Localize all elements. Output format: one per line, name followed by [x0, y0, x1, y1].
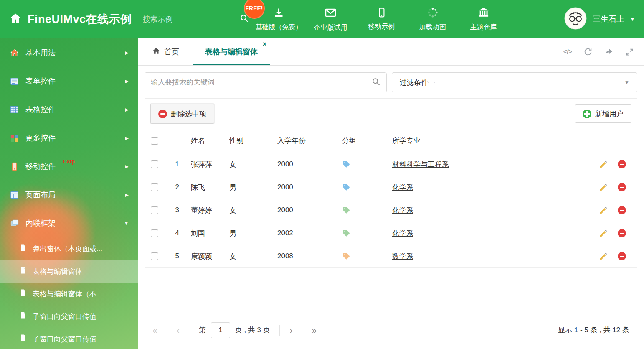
- delete-icon[interactable]: [618, 160, 626, 168]
- row-index: 1: [164, 160, 179, 168]
- sidebar-item-grid-controls[interactable]: 表格控件 ▶: [0, 95, 138, 124]
- sidebar-subitem-child-to-parent[interactable]: 子窗口向父窗口传值: [0, 305, 138, 328]
- nav-basic-free[interactable]: FREE! 基础版（免费）: [256, 7, 302, 32]
- nav-theme-repo[interactable]: 主题仓库: [461, 7, 506, 32]
- top-header: FineUIMvc在线示例 FREE! 基础版（免费） 企业版试用: [0, 0, 644, 38]
- sidebar: 基本用法 ▶ 表单控件 ▶ 表格控件 ▶ 更多控件 ▶: [0, 38, 138, 349]
- cell-name: 董婷婷: [179, 206, 229, 215]
- chevron-down-icon: ▼: [624, 79, 629, 85]
- delete-icon[interactable]: [618, 229, 626, 237]
- sidebar-subitem-grid-edit-window[interactable]: 表格与编辑窗体: [0, 260, 138, 283]
- row-checkbox[interactable]: [151, 160, 158, 168]
- table-row: 3 董婷婷 女 2000 化学系: [145, 199, 637, 222]
- header-search-input[interactable]: [143, 15, 240, 24]
- edit-icon[interactable]: [599, 183, 608, 192]
- edit-icon[interactable]: [599, 229, 608, 238]
- tag-icon: [342, 206, 350, 214]
- select-all-checkbox[interactable]: [151, 137, 158, 145]
- user-menu[interactable]: 三生石上 ▼: [564, 7, 635, 31]
- fullscreen-icon[interactable]: [625, 48, 634, 56]
- prev-page-button[interactable]: ‹: [177, 326, 180, 334]
- iframe-icon: [9, 218, 19, 228]
- page-number-input[interactable]: [211, 322, 230, 338]
- grid-toolbar: 删除选中项 新增用户: [145, 99, 637, 129]
- refresh-icon[interactable]: [583, 47, 593, 56]
- cell-year: 2000: [277, 160, 342, 168]
- add-user-button[interactable]: 新增用户: [575, 104, 631, 123]
- envelope-icon: [325, 7, 337, 20]
- delete-icon[interactable]: [618, 252, 626, 260]
- nav-loading-animation[interactable]: 加载动画: [410, 7, 455, 32]
- main-area: 首页 表格与编辑窗体 × </>: [138, 38, 644, 349]
- brand[interactable]: FineUIMvc在线示例: [9, 12, 132, 27]
- major-link[interactable]: 化学系: [392, 206, 413, 214]
- search-icon[interactable]: [372, 77, 380, 88]
- sidebar-item-label: 表单控件: [25, 76, 56, 86]
- sidebar-subitem-grid-edit-window-2[interactable]: 表格与编辑窗体（不...: [0, 283, 138, 305]
- edit-icon[interactable]: [599, 206, 608, 215]
- sidebar-item-more-controls[interactable]: 更多控件 ▶: [0, 124, 138, 152]
- table-header-row: 姓名 性别 入学年份 分组 所学专业: [145, 129, 637, 153]
- tag-icon: [342, 252, 350, 260]
- mobile-icon: [376, 7, 387, 20]
- tab-home[interactable]: 首页: [145, 38, 187, 65]
- cell-gender: 女: [229, 160, 277, 169]
- row-index: 4: [164, 229, 179, 237]
- row-checkbox[interactable]: [151, 206, 158, 214]
- cell-name: 康颖颖: [179, 252, 229, 261]
- grid-panel: 删除选中项 新增用户 姓名 性别 入学年份 分组 所: [145, 98, 637, 342]
- sidebar-item-basic-usage[interactable]: 基本用法 ▶: [0, 38, 138, 67]
- sidebar-item-label: 内联框架: [25, 218, 56, 228]
- sidebar-subitem-label: 表格与编辑窗体: [33, 267, 82, 276]
- delete-icon[interactable]: [618, 183, 626, 191]
- open-new-window-icon[interactable]: [604, 47, 614, 56]
- add-user-label: 新增用户: [595, 109, 624, 119]
- bank-icon: [478, 7, 489, 20]
- major-link[interactable]: 数学系: [392, 252, 413, 260]
- cell-gender: 男: [229, 229, 277, 238]
- major-link[interactable]: 化学系: [392, 183, 413, 191]
- major-link[interactable]: 化学系: [392, 229, 413, 237]
- sidebar-subitem-label: 子窗口向父窗口传值...: [33, 334, 102, 344]
- tab-grid-edit-window[interactable]: 表格与编辑窗体 ×: [193, 38, 270, 65]
- view-source-icon[interactable]: </>: [563, 48, 572, 56]
- delete-icon[interactable]: [618, 206, 626, 214]
- keyword-search-input[interactable]: [151, 78, 372, 87]
- sidebar-item-mobile-controls[interactable]: 移动控件 Corp. ▶: [0, 152, 138, 181]
- table-row: 2 陈飞 男 2000 化学系: [145, 176, 637, 199]
- username: 三生石上: [593, 14, 624, 25]
- table-row: 5 康颖颖 女 2008 数学系: [145, 245, 637, 268]
- page-count-text: 页 , 共 3 页: [235, 325, 270, 335]
- nav-mobile-demo[interactable]: 移动示例: [359, 7, 404, 32]
- row-checkbox[interactable]: [151, 252, 158, 260]
- sidebar-subitem-child-to-parent-2[interactable]: 子窗口向父窗口传值...: [0, 328, 138, 349]
- row-index: 3: [164, 206, 179, 214]
- tab-close-icon[interactable]: ×: [263, 41, 266, 48]
- download-icon: [273, 7, 284, 20]
- edit-icon[interactable]: [599, 160, 608, 169]
- first-page-button[interactable]: «: [152, 326, 157, 334]
- edit-icon[interactable]: [599, 252, 608, 261]
- next-page-button[interactable]: ›: [290, 326, 293, 334]
- table-row: 1 张萍萍 女 2000 材料科学与工程系: [145, 153, 637, 176]
- chevron-right-icon: ▶: [125, 135, 129, 141]
- chevron-down-icon: ▼: [124, 221, 129, 226]
- tab-label: 首页: [164, 47, 179, 57]
- last-page-button[interactable]: »: [312, 326, 317, 334]
- nav-enterprise-trial[interactable]: 企业版试用: [308, 7, 353, 32]
- sidebar-item-form-controls[interactable]: 表单控件 ▶: [0, 67, 138, 95]
- sidebar-item-page-layout[interactable]: 页面布局 ▶: [0, 181, 138, 209]
- row-checkbox[interactable]: [151, 183, 158, 191]
- filter-dropdown[interactable]: 过滤条件一 ▼: [392, 72, 637, 92]
- sidebar-item-iframe[interactable]: 内联框架 ▼: [0, 209, 138, 237]
- minus-circle-icon: [158, 110, 167, 118]
- sidebar-subitem-popup-window[interactable]: 弹出窗体（本页面或...: [0, 237, 138, 260]
- free-badge: FREE!: [244, 0, 265, 19]
- file-icon: [19, 311, 27, 321]
- sidebar-subitem-label: 表格与编辑窗体（不...: [33, 289, 102, 299]
- column-header-gender: 性别: [229, 136, 277, 145]
- blocks-icon: [9, 133, 19, 143]
- major-link[interactable]: 材料科学与工程系: [392, 160, 449, 168]
- row-checkbox[interactable]: [151, 229, 158, 237]
- delete-selected-button[interactable]: 删除选中项: [150, 104, 214, 124]
